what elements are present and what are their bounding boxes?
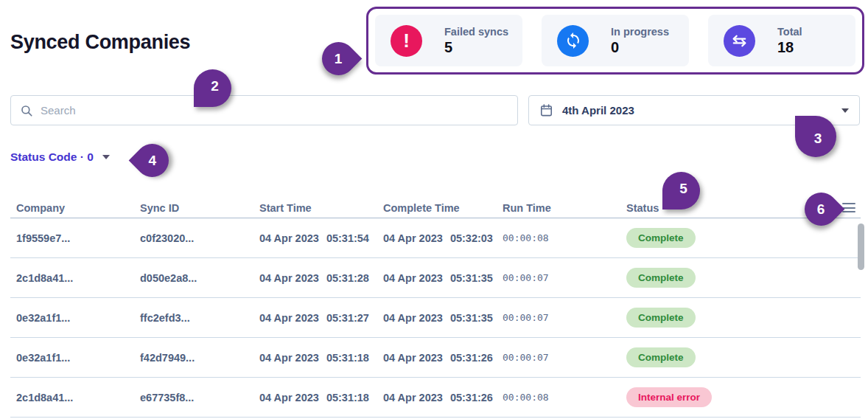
cell-run-time: 00:00:07 <box>503 312 626 323</box>
status-code-filter[interactable]: Status Code · 0 <box>10 150 110 164</box>
stat-card-total: Total 18 <box>708 15 855 66</box>
cell-complete-time: 04 Apr 202305:31:35 <box>383 312 503 324</box>
cell-company: 0e32a1f1... <box>16 352 140 364</box>
status-badge: Complete <box>626 308 696 328</box>
cell-status: Complete <box>626 347 842 367</box>
alert-icon: ! <box>391 25 422 57</box>
stat-label: In progress <box>611 26 669 38</box>
cell-sync-id: f42d7949... <box>140 352 259 364</box>
column-menu-icon[interactable] <box>842 203 855 212</box>
table-row[interactable]: 0e32a1f1...f42d7949...04 Apr 202305:31:1… <box>10 338 861 378</box>
page-title: Synced Companies <box>10 31 190 54</box>
search-input[interactable] <box>41 104 508 117</box>
cell-complete-time: 04 Apr 202305:31:26 <box>383 352 503 364</box>
filter-separator: · <box>80 150 84 163</box>
cell-company: 1f9559e7... <box>16 232 140 244</box>
table-row[interactable]: 1f9559e7...c0f23020...04 Apr 202305:31:5… <box>10 218 861 258</box>
filter-label: Status Code <box>10 150 77 163</box>
stat-label: Failed syncs <box>444 26 508 38</box>
search-box[interactable] <box>10 95 518 125</box>
table-row[interactable]: 2c1d8a41...e67735f8...04 Apr 202305:31:1… <box>10 378 861 418</box>
col-company[interactable]: Company <box>16 202 140 214</box>
annotation-marker-3: 3 <box>795 116 836 157</box>
cell-sync-id: c0f23020... <box>140 232 259 244</box>
stat-card-in-progress: In progress 0 <box>542 15 689 66</box>
cell-status: Complete <box>626 228 842 248</box>
cell-start-time: 04 Apr 202305:31:27 <box>259 312 383 324</box>
cell-status: Complete <box>626 268 842 288</box>
cell-run-time: 00:00:08 <box>503 392 626 403</box>
cell-complete-time: 04 Apr 202305:31:26 <box>383 392 503 404</box>
col-complete-time[interactable]: Complete Time <box>383 202 503 214</box>
chevron-down-icon[interactable] <box>841 108 849 113</box>
annotation-marker-4: 4 <box>129 137 176 184</box>
col-run-time[interactable]: Run Time <box>503 202 626 214</box>
stat-value: 0 <box>611 39 669 56</box>
cell-start-time: 04 Apr 202305:31:18 <box>259 352 383 364</box>
col-start-time[interactable]: Start Time <box>259 202 383 214</box>
cell-company: 0e32a1f1... <box>16 312 140 324</box>
cell-start-time: 04 Apr 202305:31:28 <box>259 272 383 284</box>
cell-start-time: 04 Apr 202305:31:18 <box>259 392 383 404</box>
cell-status: Complete <box>626 308 842 328</box>
table-row[interactable]: 2c1d8a41...d050e2a8...04 Apr 202305:31:2… <box>10 258 861 298</box>
cell-complete-time: 04 Apr 202305:32:03 <box>383 232 503 244</box>
stat-value: 5 <box>444 39 508 56</box>
sync-table: Company Sync ID Start Time Complete Time… <box>10 198 861 418</box>
cell-complete-time: 04 Apr 202305:31:35 <box>383 272 503 284</box>
scrollbar-thumb[interactable] <box>858 224 864 270</box>
annotation-marker-2: 2 <box>194 69 231 107</box>
calendar-icon <box>539 103 553 117</box>
transfer-icon <box>724 25 755 57</box>
chevron-down-icon[interactable] <box>102 155 110 159</box>
search-icon <box>20 104 33 117</box>
annotation-marker-1: 1 <box>315 35 363 83</box>
table-row[interactable]: 0e32a1f1...ffc2efd3...04 Apr 202305:31:2… <box>10 298 861 338</box>
col-sync-id[interactable]: Sync ID <box>140 202 259 214</box>
cell-status: Internal error <box>626 387 842 407</box>
annotation-marker-5: 5 <box>662 172 700 210</box>
cell-sync-id: ffc2efd3... <box>140 312 259 324</box>
table-body: 1f9559e7...c0f23020...04 Apr 202305:31:5… <box>10 218 861 418</box>
status-badge: Internal error <box>626 387 712 407</box>
sync-icon <box>557 25 589 57</box>
stat-value: 18 <box>777 39 802 56</box>
filter-count: 0 <box>87 150 94 163</box>
status-badge: Complete <box>626 228 696 248</box>
cell-sync-id: e67735f8... <box>140 392 259 404</box>
cell-company: 2c1d8a41... <box>16 272 140 284</box>
stat-label: Total <box>777 26 802 38</box>
date-value: 4th April 2023 <box>562 104 634 117</box>
cell-start-time: 04 Apr 202305:31:54 <box>259 232 383 244</box>
cell-run-time: 00:00:07 <box>503 352 626 363</box>
stats-annotation-box: ! Failed syncs 5 In progress 0 Total 18 <box>366 7 864 75</box>
stat-card-failed-syncs: ! Failed syncs 5 <box>375 15 522 66</box>
cell-run-time: 00:00:07 <box>503 272 626 283</box>
table-header: Company Sync ID Start Time Complete Time… <box>10 198 861 218</box>
cell-company: 2c1d8a41... <box>16 392 140 404</box>
cell-sync-id: d050e2a8... <box>140 272 259 284</box>
status-badge: Complete <box>626 347 696 367</box>
status-badge: Complete <box>626 268 696 288</box>
cell-run-time: 00:00:08 <box>503 232 626 243</box>
